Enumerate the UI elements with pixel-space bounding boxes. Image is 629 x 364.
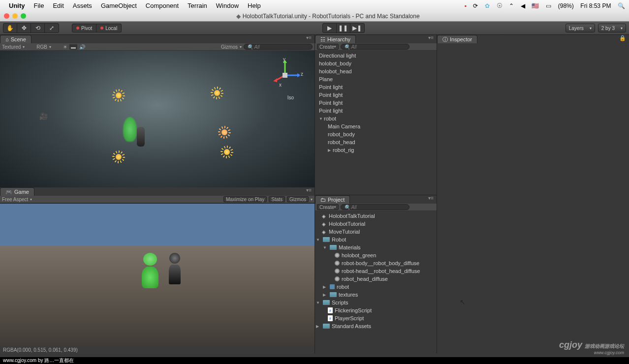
minimize-button[interactable] [12, 13, 18, 19]
zoom-button[interactable] [21, 13, 26, 19]
project-folder-robot[interactable]: ▼Robot [315, 236, 437, 243]
skybox-toggle-icon[interactable]: ▬ [69, 44, 77, 50]
stats-toggle[interactable]: Stats [269, 196, 285, 202]
hierarchy-tab[interactable]: ☷Hierarchy [315, 35, 356, 43]
create-dropdown[interactable]: Create ▾ [317, 44, 339, 50]
play-button[interactable]: ▶ [323, 24, 337, 32]
watermark: cgjoy 游戏动画游戏论坛 www.cgjoy.com [559, 340, 624, 355]
light-toggle-icon[interactable]: ☀ [63, 44, 67, 50]
project-folder-scripts[interactable]: ▼Scripts [315, 299, 437, 306]
hierarchy-item[interactable]: Point light [315, 107, 437, 115]
holobot-object[interactable] [123, 117, 137, 142]
hierarchy-item[interactable]: Plane [315, 75, 437, 83]
projection-label[interactable]: Iso [287, 95, 294, 100]
project-tab[interactable]: 🗀Project [315, 195, 350, 204]
menu-edit[interactable]: Edit [53, 2, 63, 9]
menu-terrain[interactable]: Terrain [188, 2, 207, 9]
hierarchy-item[interactable]: Point light [315, 83, 437, 91]
orientation-gizmo[interactable]: y z x [270, 61, 300, 90]
pause-button[interactable]: ❚❚ [337, 24, 350, 32]
game-tab[interactable]: 🎮Game [0, 187, 34, 196]
camera-gizmo-icon[interactable]: 🎥 [39, 112, 48, 120]
local-toggle[interactable]: Local [96, 24, 122, 32]
expand-arrow-icon[interactable]: ▶ [323, 293, 328, 297]
layout-dropdown[interactable]: 2 by 3▾ [598, 24, 626, 32]
render-mode[interactable]: RGB [36, 44, 47, 50]
gizmos-toggle[interactable]: Gizmos [221, 44, 238, 50]
expand-arrow-icon[interactable]: ▼ [316, 301, 321, 305]
script-icon: # [328, 315, 333, 321]
project-item[interactable]: ▶Standard Assets [315, 322, 437, 330]
menu-file[interactable]: File [34, 2, 44, 9]
expand-arrow-icon[interactable]: ▶ [316, 324, 321, 329]
hierarchy-search[interactable]: 🔍 All [341, 44, 409, 50]
menu-app[interactable]: Unity [9, 2, 25, 9]
lock-icon[interactable]: 🔒 [616, 35, 629, 43]
game-toolbar: Free Aspect▾ Maximize on Play Stats Gizm… [0, 196, 314, 203]
project-search[interactable]: 🔍 All [341, 204, 409, 210]
project-item[interactable]: ▶textures [315, 291, 437, 299]
menu-window[interactable]: Window [216, 2, 239, 9]
panel-menu-icon[interactable]: ▾≡ [425, 35, 437, 43]
rotate-tool[interactable]: ⟲ [31, 24, 45, 32]
project-item[interactable]: robot-body__robot_body_diffuse [315, 259, 437, 267]
panel-menu-icon[interactable]: ▾≡ [425, 195, 437, 204]
project-item[interactable]: robot_head_diffuse [315, 275, 437, 283]
panel-menu-icon[interactable]: ▾≡ [303, 35, 314, 43]
game-gizmos-toggle[interactable]: Gizmos [287, 196, 309, 202]
expand-arrow-icon[interactable]: ▼ [316, 238, 321, 242]
hierarchy-item[interactable]: Point light [315, 99, 437, 107]
expand-arrow-icon[interactable]: ▼ [323, 245, 328, 250]
scene-search[interactable]: 🔍 All [244, 44, 313, 50]
audio-toggle-icon[interactable]: 🔊 [79, 44, 85, 50]
light-gizmo-icon[interactable] [113, 152, 124, 162]
menu-assets[interactable]: Assets [73, 2, 92, 9]
expand-arrow-icon[interactable]: ▶ [323, 285, 328, 289]
aspect-dropdown[interactable]: Free Aspect [2, 197, 28, 202]
shading-mode[interactable]: Textured [2, 44, 21, 50]
scene-viewport[interactable]: 🎥 y z x Iso [0, 51, 314, 187]
menu-component[interactable]: Component [146, 2, 179, 9]
hierarchy-item[interactable]: Point light [315, 91, 437, 99]
project-item[interactable]: ◈MoveTutorial [315, 228, 437, 236]
project-item[interactable]: ◈HolobotTutorial [315, 220, 437, 228]
hierarchy-item[interactable]: holobot_body [315, 60, 437, 67]
light-gizmo-icon[interactable] [219, 127, 230, 138]
step-button[interactable]: ▶❚ [350, 24, 364, 32]
pivot-toggle[interactable]: Pivot [72, 24, 96, 32]
panel-menu-icon[interactable]: ▾≡ [303, 187, 314, 196]
project-item[interactable]: holobot_green [315, 251, 437, 259]
hierarchy-item-robot[interactable]: ▼robot [315, 115, 437, 122]
hand-tool[interactable]: ✋ [3, 24, 17, 32]
hierarchy-item[interactable]: Directional light [315, 52, 437, 60]
project-item[interactable]: #PlayerScript [315, 314, 437, 322]
project-item[interactable]: ◈HolobotTalkTutorial [315, 212, 437, 220]
expand-arrow-icon[interactable]: ▶ [328, 148, 333, 152]
light-gizmo-icon[interactable] [212, 88, 222, 98]
hierarchy-item[interactable]: robot_body [315, 130, 437, 138]
light-gizmo-icon[interactable] [221, 147, 232, 157]
project-item[interactable]: #FlickeringScript [315, 306, 437, 314]
hierarchy-item[interactable]: holobot_head [315, 67, 437, 75]
project-folder-materials[interactable]: ▼Materials [315, 243, 437, 251]
hierarchy-item[interactable]: ▶robot_rig [315, 146, 437, 154]
layers-dropdown[interactable]: Layers▾ [566, 24, 595, 32]
close-button[interactable] [4, 13, 9, 19]
maximize-toggle[interactable]: Maximize on Play [223, 196, 267, 202]
menu-help[interactable]: Help [248, 2, 261, 9]
menu-gameobject[interactable]: GameObject [101, 2, 137, 9]
scale-tool[interactable]: ⤢ [45, 24, 59, 32]
light-gizmo-icon[interactable] [113, 90, 124, 101]
expand-arrow-icon[interactable]: ▼ [319, 117, 324, 121]
footer-bar: www.cgjoy.com by 路…一直都在 [0, 357, 629, 364]
hierarchy-item[interactable]: robot_head [315, 138, 437, 146]
inspector-tab[interactable]: ⓘInspector [437, 35, 477, 43]
hierarchy-item[interactable]: Main Camera [315, 122, 437, 130]
spotlight-icon[interactable]: 🔍 [618, 2, 625, 9]
move-tool[interactable]: ✥ [17, 24, 31, 32]
project-item[interactable]: robot-head__robot_head_diffuse [315, 267, 437, 275]
robot-object[interactable] [137, 127, 145, 147]
project-item[interactable]: ▶robot [315, 283, 437, 291]
create-dropdown[interactable]: Create ▾ [317, 204, 339, 210]
scene-tab[interactable]: ⌂Scene [0, 35, 31, 43]
